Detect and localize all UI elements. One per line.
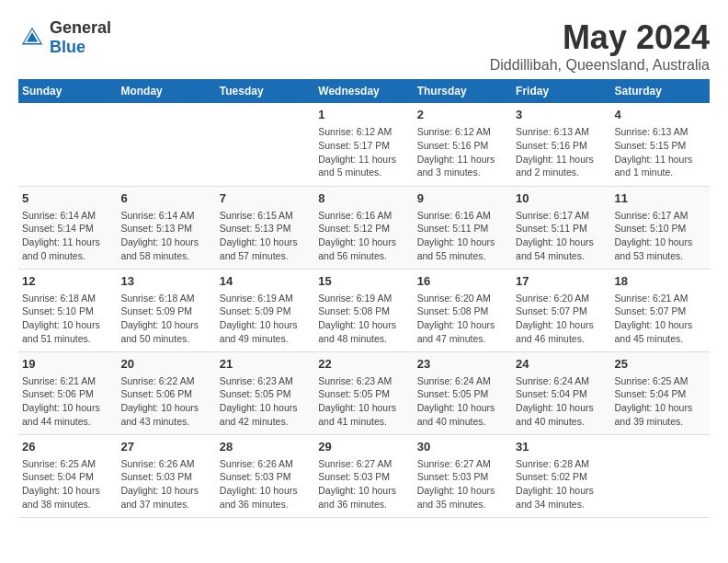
day-info: Sunset: 5:05 PM — [220, 387, 311, 401]
day-number: 5 — [22, 190, 113, 207]
calendar-cell: 23Sunrise: 6:24 AMSunset: 5:05 PMDayligh… — [414, 351, 512, 434]
day-number: 8 — [318, 190, 409, 207]
day-number: 18 — [615, 273, 706, 290]
day-info: Daylight: 10 hours — [22, 484, 113, 498]
calendar-cell: 31Sunrise: 6:28 AMSunset: 5:02 PMDayligh… — [512, 434, 610, 517]
day-number: 4 — [615, 107, 706, 123]
day-info: and 40 minutes. — [516, 415, 607, 429]
day-info: Sunrise: 6:20 AM — [516, 292, 607, 305]
day-info: Sunrise: 6:18 AM — [120, 292, 211, 305]
day-info: and 38 minutes. — [22, 498, 113, 511]
calendar-cell: 10Sunrise: 6:17 AMSunset: 5:11 PMDayligh… — [512, 186, 610, 269]
day-info: Sunrise: 6:26 AM — [120, 457, 211, 471]
day-info: and 58 minutes. — [120, 249, 211, 263]
day-info: Sunset: 5:08 PM — [318, 304, 409, 318]
day-number: 26 — [22, 439, 113, 455]
day-info: Daylight: 11 hours — [615, 153, 706, 167]
calendar-cell: 13Sunrise: 6:18 AMSunset: 5:09 PMDayligh… — [117, 269, 215, 351]
day-info: Sunset: 5:10 PM — [22, 304, 113, 318]
day-info: and 50 minutes. — [120, 332, 211, 346]
day-info: Sunrise: 6:17 AM — [516, 209, 607, 223]
calendar-week-row: 1Sunrise: 6:12 AMSunset: 5:17 PMDaylight… — [18, 103, 710, 186]
day-info: Sunrise: 6:14 AM — [22, 209, 113, 223]
day-info: Sunrise: 6:18 AM — [22, 292, 113, 305]
day-info: Sunrise: 6:15 AM — [220, 209, 311, 223]
day-info: and 41 minutes. — [318, 415, 409, 429]
day-info: Sunrise: 6:22 AM — [120, 374, 211, 388]
day-info: and 36 minutes. — [220, 498, 311, 511]
day-info: and 36 minutes. — [318, 498, 409, 511]
day-info: and 51 minutes. — [22, 332, 113, 346]
day-info: Daylight: 10 hours — [318, 318, 409, 332]
day-info: and 49 minutes. — [220, 332, 311, 346]
day-info: and 45 minutes. — [615, 332, 706, 346]
day-info: Sunset: 5:03 PM — [417, 470, 508, 484]
logo-text-blue: Blue — [50, 38, 85, 56]
day-info: Sunset: 5:05 PM — [318, 387, 409, 401]
day-info: Sunset: 5:12 PM — [318, 222, 409, 236]
day-info: Sunset: 5:11 PM — [516, 222, 607, 236]
day-info: Daylight: 10 hours — [417, 236, 508, 249]
calendar-cell: 3Sunrise: 6:13 AMSunset: 5:16 PMDaylight… — [512, 103, 610, 186]
calendar-cell: 16Sunrise: 6:20 AMSunset: 5:08 PMDayligh… — [414, 269, 512, 351]
day-info: Sunrise: 6:13 AM — [516, 125, 607, 139]
day-info: and 53 minutes. — [615, 249, 706, 263]
day-number: 20 — [120, 356, 211, 373]
day-info: Daylight: 10 hours — [516, 401, 607, 415]
day-number: 2 — [417, 107, 508, 123]
calendar-table: SundayMondayTuesdayWednesdayThursdayFrid… — [18, 79, 710, 518]
day-info: and 55 minutes. — [417, 249, 508, 263]
day-info: and 43 minutes. — [120, 415, 211, 429]
day-number: 9 — [417, 190, 508, 207]
calendar-cell: 4Sunrise: 6:13 AMSunset: 5:15 PMDaylight… — [611, 103, 710, 186]
day-info: Daylight: 10 hours — [22, 318, 113, 332]
day-info: and 39 minutes. — [615, 415, 706, 429]
calendar-cell: 22Sunrise: 6:23 AMSunset: 5:05 PMDayligh… — [314, 351, 413, 434]
title-area: May 2024 Diddillibah, Queensland, Austra… — [490, 18, 710, 74]
day-info: and 48 minutes. — [318, 332, 409, 346]
calendar-cell: 30Sunrise: 6:27 AMSunset: 5:03 PMDayligh… — [414, 434, 512, 517]
day-info: Daylight: 10 hours — [516, 236, 607, 249]
day-number: 10 — [516, 190, 607, 207]
calendar-cell — [611, 434, 710, 517]
day-info: Daylight: 10 hours — [516, 484, 607, 498]
logo-text-general: General — [50, 18, 111, 37]
day-info: Sunset: 5:16 PM — [516, 139, 607, 153]
calendar-header: SundayMondayTuesdayWednesdayThursdayFrid… — [18, 79, 710, 103]
day-info: Daylight: 10 hours — [615, 401, 706, 415]
day-number: 23 — [417, 356, 508, 373]
day-info: Sunset: 5:09 PM — [120, 304, 211, 318]
day-info: Sunset: 5:06 PM — [120, 387, 211, 401]
day-number: 7 — [220, 190, 311, 207]
day-number: 17 — [516, 273, 607, 290]
day-number: 3 — [516, 107, 607, 123]
day-number: 13 — [120, 273, 211, 290]
weekday-header: Tuesday — [216, 79, 314, 103]
day-info: Sunrise: 6:20 AM — [417, 292, 508, 305]
day-info: Daylight: 10 hours — [516, 318, 607, 332]
weekday-header: Friday — [512, 79, 610, 103]
day-info: Sunrise: 6:12 AM — [417, 125, 508, 139]
calendar-week-row: 26Sunrise: 6:25 AMSunset: 5:04 PMDayligh… — [18, 434, 710, 517]
calendar-cell: 11Sunrise: 6:17 AMSunset: 5:10 PMDayligh… — [611, 186, 710, 269]
calendar-cell: 17Sunrise: 6:20 AMSunset: 5:07 PMDayligh… — [512, 269, 610, 351]
calendar-cell: 8Sunrise: 6:16 AMSunset: 5:12 PMDaylight… — [314, 186, 413, 269]
day-info: Daylight: 10 hours — [120, 484, 211, 498]
day-info: Daylight: 10 hours — [615, 318, 706, 332]
calendar-cell: 20Sunrise: 6:22 AMSunset: 5:06 PMDayligh… — [117, 351, 215, 434]
calendar-body: 1Sunrise: 6:12 AMSunset: 5:17 PMDaylight… — [18, 103, 710, 517]
day-info: and 57 minutes. — [220, 249, 311, 263]
calendar-cell: 15Sunrise: 6:19 AMSunset: 5:08 PMDayligh… — [314, 269, 413, 351]
day-info: Daylight: 10 hours — [220, 318, 311, 332]
day-info: Sunset: 5:07 PM — [615, 304, 706, 318]
day-info: Sunrise: 6:21 AM — [615, 292, 706, 305]
day-info: Sunset: 5:17 PM — [318, 139, 409, 153]
day-number: 21 — [220, 356, 311, 373]
day-info: Sunset: 5:04 PM — [516, 387, 607, 401]
day-info: Sunrise: 6:13 AM — [615, 125, 706, 139]
day-info: Sunrise: 6:23 AM — [318, 374, 409, 388]
day-info: and 42 minutes. — [220, 415, 311, 429]
day-number: 31 — [516, 439, 607, 455]
day-info: Daylight: 10 hours — [318, 236, 409, 249]
day-info: Daylight: 10 hours — [318, 401, 409, 415]
